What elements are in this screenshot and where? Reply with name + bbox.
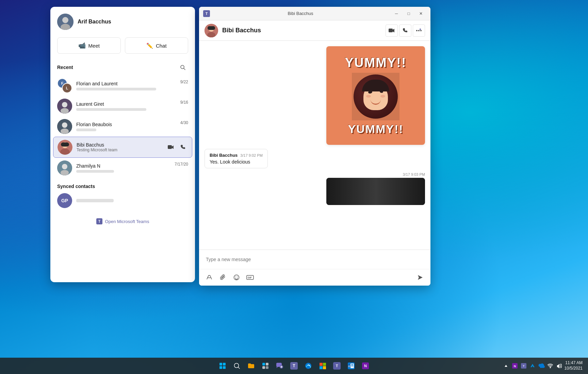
more-options-header-button[interactable]	[413, 24, 425, 37]
contact-item-bibi-bacchus[interactable]: Bibi Bacchus Testing Microsoft team	[53, 137, 192, 158]
close-button[interactable]: ✕	[415, 9, 426, 18]
file-explorer-button[interactable]	[244, 359, 258, 373]
azure-icon	[530, 363, 535, 369]
recent-section-header: Recent	[50, 58, 195, 75]
system-tray: N T	[500, 360, 585, 371]
edge-icon	[305, 362, 312, 369]
sticker-character-area	[352, 73, 399, 120]
teams-tray-icon: T	[521, 363, 526, 369]
contact-date: 9/16	[180, 100, 188, 105]
synced-name-placeholder	[76, 199, 114, 202]
header-actions	[386, 24, 425, 37]
emoji-button[interactable]	[230, 271, 243, 284]
edge-button[interactable]	[301, 359, 315, 373]
svg-line-4	[184, 68, 185, 70]
chat-input-area: GIF	[199, 250, 430, 286]
svg-rect-26	[208, 26, 215, 30]
outlook-icon: O	[348, 362, 355, 369]
onenote-tray-icon[interactable]: N	[511, 362, 518, 369]
svg-point-51	[305, 363, 311, 369]
user-avatar	[57, 14, 74, 30]
volume-icon[interactable]	[556, 362, 562, 369]
svg-text:T: T	[523, 364, 524, 368]
message-sender: Bibi Bacchus	[210, 153, 238, 158]
audio-call-header-button[interactable]	[399, 24, 411, 37]
contact-date: 4/30	[180, 120, 188, 125]
contact-item-florian-beaubois[interactable]: Florian Beaubois 4/30	[53, 116, 192, 137]
widgets-icon	[262, 362, 269, 369]
chat-contact-name: Bibi Bacchus	[222, 27, 381, 34]
svg-point-31	[420, 28, 421, 30]
input-toolbar: GIF	[199, 269, 430, 286]
tray-overflow-button[interactable]	[503, 362, 509, 369]
svg-line-40	[238, 367, 240, 369]
char-face-area	[362, 80, 389, 110]
folder-icon	[248, 363, 255, 369]
svg-point-18	[61, 170, 69, 175]
window-controls: ─ □ ✕	[391, 9, 426, 18]
chat-bubble-icon	[276, 362, 283, 369]
svg-rect-52	[320, 363, 323, 366]
search-taskbar-button[interactable]	[230, 359, 244, 373]
meet-button[interactable]: 📹 Meet	[57, 37, 121, 54]
synced-title: Synced contacts	[57, 184, 188, 189]
gif-button[interactable]: GIF	[244, 271, 256, 284]
minimize-button[interactable]: ─	[391, 9, 402, 18]
svg-point-35	[235, 277, 236, 277]
contact-item-laurent-giret[interactable]: Laurent Giret 9/16	[53, 96, 192, 116]
svg-point-28	[416, 30, 418, 31]
outlook-button[interactable]: O	[344, 359, 358, 373]
sticker-image: YUMMY!!	[326, 46, 425, 145]
teams-taskbar-button[interactable]: T	[287, 359, 301, 373]
taskbar: T T	[0, 358, 588, 374]
svg-rect-53	[323, 363, 326, 366]
wifi-icon[interactable]	[547, 362, 554, 369]
teams-tray-icon[interactable]: T	[520, 362, 527, 369]
search-icon	[233, 362, 240, 369]
chat-avatar	[205, 24, 218, 37]
system-clock[interactable]: 11:47 AM 10/5/2021	[565, 360, 583, 371]
azure-tray-icon[interactable]	[529, 362, 536, 369]
synced-contact-item[interactable]: GP	[57, 193, 188, 208]
date-display: 10/5/2021	[565, 366, 583, 371]
svg-text:O: O	[348, 365, 350, 368]
video-call-header-button[interactable]	[386, 24, 398, 37]
store-icon	[319, 362, 326, 369]
maximize-button[interactable]: □	[403, 9, 414, 18]
svg-rect-14	[61, 142, 69, 147]
chat-label: Chat	[156, 43, 167, 49]
format-button[interactable]	[203, 271, 215, 284]
contact-avatar	[58, 140, 72, 155]
contact-item-florian-laurent[interactable]: F L Florian and Laurent 9/22	[53, 75, 192, 96]
recent-search-button[interactable]	[177, 62, 188, 73]
taskbar-center: T T	[216, 359, 372, 373]
char-right-cheek	[380, 95, 385, 98]
contact-info: Florian Beaubois	[76, 122, 176, 131]
message-bubble: Bibi Bacchus 3/17 9:02 PM Yes. Look deli…	[205, 149, 268, 168]
onedrive-tray-icon[interactable]	[538, 362, 545, 369]
contact-name: Florian Beaubois	[76, 122, 176, 127]
start-button[interactable]	[216, 359, 229, 373]
message-input[interactable]	[199, 250, 430, 269]
onenote-taskbar-button[interactable]: N	[359, 359, 372, 373]
video-icon: 📹	[78, 42, 86, 49]
audio-call-button[interactable]	[178, 142, 188, 152]
attach-button[interactable]	[217, 271, 229, 284]
svg-text:T: T	[206, 12, 208, 16]
contact-avatar	[57, 99, 72, 114]
chat-taskbar-button[interactable]	[273, 359, 287, 373]
contact-list: F L Florian and Laurent 9/22 Laurent Gir…	[50, 75, 195, 178]
video-call-button[interactable]	[166, 142, 176, 152]
send-button[interactable]	[414, 271, 426, 284]
sticker-message: YUMMY!!	[205, 46, 425, 145]
store-button[interactable]	[316, 359, 329, 373]
sticker-card: YUMMY!!	[326, 46, 425, 145]
sent-message: 3/17 9:03 PM	[205, 172, 425, 205]
widgets-button[interactable]	[259, 359, 272, 373]
contact-item-zhamilya[interactable]: Zhamilya N 7/17/20	[53, 158, 192, 178]
open-teams-button[interactable]: T Open Microsoft Teams	[50, 214, 195, 229]
sent-image	[326, 178, 425, 205]
teams-work-button[interactable]: T	[330, 359, 344, 373]
chat-button[interactable]: ✏️ Chat	[125, 37, 189, 54]
svg-text:N: N	[513, 364, 516, 368]
